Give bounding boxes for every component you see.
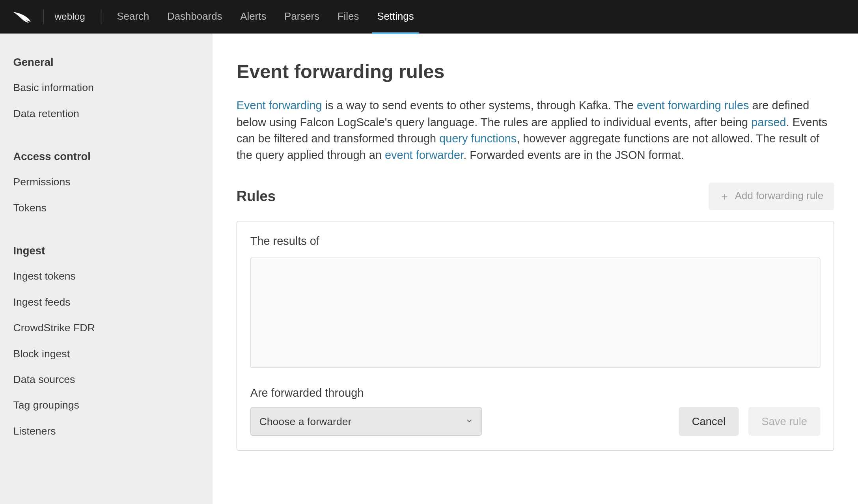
nav-items: Search Dashboards Alerts Parsers Files S…: [117, 0, 414, 34]
nav-search[interactable]: Search: [117, 0, 149, 34]
intro-text: is a way to send events to other systems…: [322, 99, 637, 112]
sidebar-item-listeners[interactable]: Listeners: [0, 418, 212, 444]
sidebar-item-data-retention[interactable]: Data retention: [0, 101, 212, 127]
forward-label: Are forwarded through: [250, 386, 482, 399]
intro-paragraph: Event forwarding is a way to send events…: [237, 97, 834, 164]
sidebar-item-ingest-tokens[interactable]: Ingest tokens: [0, 263, 212, 289]
sidebar: General Basic information Data retention…: [0, 34, 213, 504]
sidebar-section-access-control: Access control Permissions Tokens: [0, 147, 212, 221]
nav-dashboards[interactable]: Dashboards: [167, 0, 222, 34]
cancel-button[interactable]: Cancel: [679, 407, 739, 436]
rule-actions: Cancel Save rule: [679, 407, 820, 436]
sidebar-heading: Access control: [0, 147, 212, 169]
sidebar-section-ingest: Ingest Ingest tokens Ingest feeds CrowdS…: [0, 241, 212, 444]
rules-header: Rules ＋ Add forwarding rule: [237, 183, 834, 210]
nav-files[interactable]: Files: [338, 0, 359, 34]
forwarder-select-value: Choose a forwarder: [259, 415, 352, 428]
sidebar-item-permissions[interactable]: Permissions: [0, 169, 212, 195]
nav-parsers[interactable]: Parsers: [284, 0, 319, 34]
forwarder-select[interactable]: Choose a forwarder: [250, 407, 482, 436]
brand-logo[interactable]: [12, 9, 43, 24]
sidebar-item-crowdstrike-fdr[interactable]: CrowdStrike FDR: [0, 315, 212, 341]
intro-text: . Forwarded events are in the JSON forma…: [463, 149, 684, 161]
nav-alerts[interactable]: Alerts: [240, 0, 266, 34]
link-event-forwarder[interactable]: event forwarder: [385, 149, 463, 161]
link-parsed[interactable]: parsed: [751, 116, 786, 128]
results-label: The results of: [250, 235, 821, 248]
sidebar-section-general: General Basic information Data retention: [0, 53, 212, 127]
sidebar-item-tokens[interactable]: Tokens: [0, 195, 212, 221]
main-content: Event forwarding rules Event forwarding …: [213, 34, 858, 504]
sidebar-item-block-ingest[interactable]: Block ingest: [0, 341, 212, 366]
link-event-forwarding-rules[interactable]: event forwarding rules: [637, 99, 749, 112]
top-nav: weblog Search Dashboards Alerts Parsers …: [0, 0, 858, 34]
sidebar-item-ingest-feeds[interactable]: Ingest feeds: [0, 289, 212, 315]
sidebar-item-data-sources[interactable]: Data sources: [0, 367, 212, 392]
add-button-label: Add forwarding rule: [735, 190, 823, 202]
link-query-functions[interactable]: query functions: [439, 132, 517, 145]
nav-settings[interactable]: Settings: [377, 0, 414, 34]
sidebar-item-tag-groupings[interactable]: Tag groupings: [0, 392, 212, 418]
add-forwarding-rule-button[interactable]: ＋ Add forwarding rule: [709, 183, 834, 210]
falcon-icon: [12, 9, 32, 24]
link-event-forwarding[interactable]: Event forwarding: [237, 99, 322, 112]
sidebar-heading: Ingest: [0, 241, 212, 263]
product-name[interactable]: weblog: [55, 11, 96, 22]
sidebar-heading: General: [0, 53, 212, 75]
divider: [43, 9, 44, 24]
save-rule-button[interactable]: Save rule: [748, 407, 821, 436]
page-title: Event forwarding rules: [237, 61, 834, 83]
divider: [101, 9, 101, 24]
plus-icon: ＋: [719, 189, 730, 204]
rule-card: The results of Are forwarded through Cho…: [237, 221, 834, 451]
sidebar-item-basic-information[interactable]: Basic information: [0, 75, 212, 101]
query-input[interactable]: [250, 258, 821, 368]
rules-title: Rules: [237, 188, 276, 205]
